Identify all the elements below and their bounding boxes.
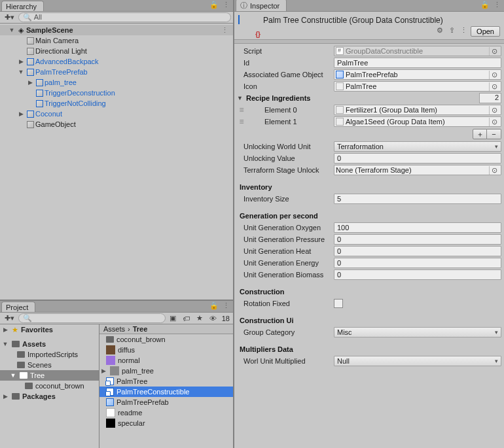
search-by-label-icon[interactable]: 🏷 [180,315,192,322]
create-dropdown[interactable]: ✚▾ [2,13,17,22]
folder-row[interactable]: Scenes [0,360,99,370]
lock-icon[interactable]: 🔒 [480,1,490,9]
gen-energy-field[interactable]: 0 [334,258,501,268]
list-remove-button[interactable]: − [487,129,501,139]
hidden-toggle-icon[interactable]: 👁 [207,315,219,322]
tree-row[interactable]: ▶ Coconut [0,109,233,119]
foldout-icon[interactable]: ▶ [99,368,107,374]
folder-row[interactable]: coconut_brown [0,381,99,391]
tree-row[interactable]: ▶ palm_tree [0,77,233,88]
preset-icon[interactable]: ⇪ [447,26,456,37]
gen-heat-field[interactable]: 0 [334,246,501,256]
unlock-value-field[interactable]: 0 [334,153,501,164]
foldout-icon[interactable]: ▶ [1,393,9,400]
folder-row-selected[interactable]: ▼ Tree [0,370,99,381]
group-category-dropdown[interactable]: Misc▾ [334,327,501,337]
tab-inspector[interactable]: ⓘ Inspector [236,0,287,11]
id-field[interactable]: PalmTree [334,58,501,68]
asset-label: readme [118,409,142,417]
asset-row[interactable]: normal [99,355,233,366]
search-by-type-icon[interactable]: ▣ [167,314,179,322]
recipe-count-field[interactable]: 2 [479,93,501,103]
unlock-worldunit-dropdown[interactable]: Terraformation▾ [334,141,501,152]
tree-row[interactable]: ▼ PalmTreePrefab [0,67,233,77]
worl-unit-dropdown[interactable]: Null▾ [334,356,501,366]
context-menu-icon[interactable]: ⋮ [221,1,230,9]
asset-main-icon[interactable] [238,16,259,37]
tab-project[interactable]: Project [1,302,35,312]
object-picker-icon[interactable]: ⊙ [489,82,499,91]
gen-pressure-field[interactable]: 0 [334,234,501,245]
value: PalmTreePrefab [346,71,487,78]
asset-row[interactable]: diffus [99,345,233,355]
foldout-icon[interactable]: ▶ [17,58,25,65]
foldout-icon[interactable]: ▼ [8,27,16,33]
foldout-icon[interactable]: ▶ [26,79,34,86]
context-menu-icon[interactable]: ⋮ [221,302,230,310]
open-button[interactable]: Open [471,26,500,37]
label: Unit Generation Oxygen [237,224,334,232]
rotation-fixed-checkbox[interactable] [334,299,343,308]
object-picker-icon[interactable]: ⊙ [489,118,499,126]
inspector-title: Palm Tree Constructible (Group Data Cons… [263,16,500,25]
gen-oxygen-field[interactable]: 100 [334,222,501,233]
object-picker-icon[interactable]: ⊙ [489,47,499,56]
foldout-icon[interactable]: ▶ [17,111,25,117]
save-search-icon[interactable]: ★ [194,314,206,322]
asset-row[interactable]: specular [99,418,233,428]
element0-field[interactable]: Fertilizer1 (Group Data Item)⊙ [334,105,501,115]
asset-row[interactable]: readme [99,407,233,418]
inspector-header: Palm Tree Constructible (Group Data Cons… [234,12,504,40]
prop-group-category: Group Category Misc▾ [237,326,501,338]
addressable-icon[interactable]: ⚙ [435,26,444,37]
icon-field[interactable]: PalmTree⊙ [334,81,501,92]
gameobject-icon [25,119,35,129]
object-picker-icon[interactable]: ⊙ [489,106,499,114]
list-add-button[interactable]: ＋ [473,129,487,139]
terrastage-field[interactable]: None (Terraform Stage)⊙ [334,165,501,175]
scene-row[interactable]: ▼ ◈ SampleScene ⋮ [0,25,233,35]
foldout-icon[interactable]: ▼ [9,372,17,379]
breadcrumb-item[interactable]: Assets [103,325,125,333]
lock-icon[interactable]: 🔒 [209,1,219,9]
project-search-input[interactable]: 🔍 [18,313,166,323]
lock-icon[interactable]: 🔒 [209,302,219,310]
breadcrumb-item[interactable]: Tree [133,325,148,333]
element1-field[interactable]: Algae1Seed (Group Data Item)⊙ [334,116,501,127]
object-picker-icon[interactable]: ⊙ [489,166,499,175]
packages-row[interactable]: ▶ Packages [0,391,99,402]
asset-row[interactable]: PalmTreePrefab [99,397,233,407]
tree-row[interactable]: Main Camera [0,35,233,46]
create-dropdown[interactable]: ✚▾ [2,314,17,322]
tree-row[interactable]: TriggerNotColliding [0,98,233,109]
inventory-size-field[interactable]: 5 [334,194,501,204]
favorites-row[interactable]: ▶ ★ Favorites [0,324,99,335]
foldout-icon[interactable]: ▼ [17,69,25,75]
tree-row[interactable]: TriggerDeconstruction [0,88,233,98]
scene-menu-icon[interactable]: ⋮ [219,26,230,35]
foldout-icon[interactable]: ▶ [1,326,9,333]
hierarchy-search-input[interactable]: 🔍 All [18,12,231,22]
list-element-0: ≡ Element 0 Fertilizer1 (Group Data Item… [237,104,501,116]
asset-row[interactable]: ▶palm_tree [99,366,233,376]
tab-hierarchy[interactable]: Hierarchy [1,1,44,11]
drag-handle-icon[interactable]: ≡ [237,105,246,114]
asset-row[interactable]: coconut_brown [99,334,233,345]
tree-row[interactable]: ▶ AdvancedBackpack [0,56,233,67]
folder-row[interactable]: ImportedScripts [0,349,99,360]
tree-row[interactable]: GameObject [0,119,233,129]
object-picker-icon[interactable]: ⊙ [489,71,499,79]
assets-row[interactable]: ▼ Assets [0,339,99,349]
foldout-icon[interactable]: ▼ [1,341,9,347]
prop-recipe-header[interactable]: ▼ Recipe Ingredients 2 [237,92,501,104]
asset-row-selected[interactable]: PalmTreeConstructible [99,387,233,397]
tree-row[interactable]: Directional Light [0,46,233,56]
folder-label: Scenes [27,361,52,369]
drag-handle-icon[interactable]: ≡ [237,117,246,126]
help-icon[interactable]: ⋮ [459,26,468,37]
gen-biomass-field[interactable]: 0 [334,269,501,280]
foldout-icon[interactable]: ▼ [237,95,243,101]
asset-row[interactable]: PalmTree [99,376,233,387]
assoc-go-field[interactable]: PalmTreePrefab⊙ [334,69,501,80]
context-menu-icon[interactable]: ⋮ [492,1,501,9]
